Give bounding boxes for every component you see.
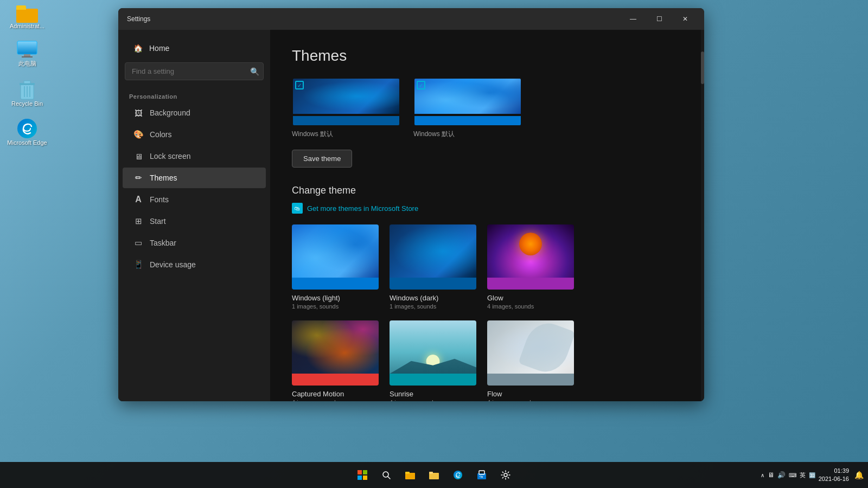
sidebar-item-device-usage-label: Device usage bbox=[150, 260, 196, 269]
windows-logo bbox=[358, 470, 367, 480]
windows-light-bar bbox=[292, 278, 379, 290]
fonts-icon: A bbox=[133, 195, 143, 204]
theme-name-sunrise: Sunrise bbox=[390, 390, 476, 398]
thumb-img-1 bbox=[293, 79, 399, 114]
sidebar-item-lock-screen[interactable]: 🖥 Lock screen bbox=[123, 146, 266, 166]
home-icon: 🏠 bbox=[133, 44, 143, 53]
lock-screen-icon: 🖥 bbox=[133, 151, 143, 161]
svg-point-21 bbox=[454, 471, 462, 479]
sidebar-item-colors-label: Colors bbox=[150, 130, 171, 139]
taskbar-search-button[interactable] bbox=[375, 464, 397, 486]
taskbar-date: 2021-06-16 bbox=[819, 475, 849, 483]
taskbar-store-button[interactable]: 🛍 bbox=[471, 464, 493, 486]
scrollbar-track[interactable] bbox=[701, 30, 704, 401]
svg-point-25 bbox=[504, 473, 507, 477]
theme-grid: Windows (light) 1 images, sounds Windows… bbox=[292, 224, 679, 401]
sidebar-item-background[interactable]: 🖼 Background bbox=[123, 102, 266, 123]
settings-window: Settings — ☐ ✕ 🏠 Home 🔍 Personalization bbox=[118, 8, 704, 401]
desktop-icons: Administrat... 此电脑 Recycle Bin bbox=[5, 5, 49, 146]
theme-thumb-glow bbox=[487, 224, 574, 290]
taskbar: 🛍 ∧ 🖥 🔊 ⌨ 英 🈁 01:39 2021-06-16 bbox=[0, 462, 868, 488]
taskbar-folder-icon bbox=[429, 471, 439, 479]
sidebar-item-themes[interactable]: ✏ Themes bbox=[123, 168, 266, 188]
theme-thumb-inner-2 bbox=[414, 79, 521, 114]
save-theme-button[interactable]: Save theme bbox=[292, 150, 352, 168]
tray-volume-icon[interactable]: 🔊 bbox=[777, 471, 786, 479]
sidebar-item-taskbar[interactable]: ▭ Taskbar bbox=[123, 233, 266, 253]
sidebar-item-background-label: Background bbox=[150, 108, 190, 117]
tray-input-icon: 🈁 bbox=[809, 472, 815, 478]
theme-name-flow: Flow bbox=[487, 390, 574, 398]
swirl-2 bbox=[414, 79, 521, 114]
theme-card-sunrise[interactable]: Sunrise 4 images, sounds bbox=[390, 320, 476, 401]
ms-store-link[interactable]: 🛍 Get more themes in Microsoft Store bbox=[292, 203, 679, 214]
tray-keyboard-icon: ⌨ bbox=[789, 472, 796, 478]
sidebar-item-home[interactable]: 🏠 Home bbox=[123, 38, 266, 58]
theme-thumb-flow bbox=[487, 320, 574, 386]
recycle-bin-icon[interactable]: Recycle Bin bbox=[5, 79, 49, 107]
svg-rect-3 bbox=[22, 56, 33, 57]
taskbar-settings-button[interactable] bbox=[495, 464, 516, 486]
theme-card-windows-light[interactable]: Windows (light) 1 images, sounds bbox=[292, 224, 379, 310]
background-icon: 🖼 bbox=[133, 108, 143, 118]
theme-selected-check-1: ✓ bbox=[295, 81, 304, 89]
taskbar-clock[interactable]: 01:39 2021-06-16 bbox=[819, 467, 849, 484]
edge-desktop-icon[interactable]: Microsoft Edge bbox=[5, 118, 49, 146]
svg-text:🛍: 🛍 bbox=[480, 475, 483, 478]
this-pc-icon[interactable]: 此电脑 bbox=[5, 40, 49, 68]
svg-rect-20 bbox=[429, 472, 433, 474]
sidebar-item-start[interactable]: ⊞ Start bbox=[123, 211, 266, 232]
minimize-button[interactable]: — bbox=[621, 10, 646, 28]
theme-card-flow[interactable]: Flow 4 images, sounds bbox=[487, 320, 574, 401]
sidebar-item-colors[interactable]: 🎨 Colors bbox=[123, 124, 266, 145]
sidebar-item-fonts[interactable]: A Fonts bbox=[123, 189, 266, 210]
scrollbar-thumb[interactable] bbox=[701, 52, 704, 84]
taskbar-folder-button[interactable] bbox=[423, 464, 445, 486]
sidebar: 🏠 Home 🔍 Personalization 🖼 Background 🎨 … bbox=[118, 30, 270, 401]
current-theme-2-label: Windows 默认 bbox=[413, 130, 455, 139]
this-pc-label: 此电脑 bbox=[18, 60, 36, 68]
theme-card-windows-dark[interactable]: Windows (dark) 1 images, sounds bbox=[390, 224, 476, 310]
theme-card-glow[interactable]: Glow 4 images, sounds bbox=[487, 224, 574, 310]
current-theme-2[interactable]: ✓ Windows 默认 bbox=[413, 78, 522, 139]
sidebar-item-lock-screen-label: Lock screen bbox=[150, 152, 190, 160]
file-explorer-icon bbox=[405, 471, 415, 479]
folder-icon bbox=[16, 5, 38, 23]
settings-body: 🏠 Home 🔍 Personalization 🖼 Background 🎨 … bbox=[118, 30, 704, 401]
theme-name-windows-dark: Windows (dark) bbox=[390, 294, 476, 302]
close-button[interactable]: ✕ bbox=[673, 10, 698, 28]
taskbar-file-explorer-button[interactable] bbox=[399, 464, 421, 486]
folder-label: Administrat... bbox=[10, 23, 44, 29]
svg-rect-13 bbox=[358, 476, 362, 480]
administrator-folder-icon[interactable]: Administrat... bbox=[5, 5, 49, 29]
sidebar-item-device-usage[interactable]: 📱 Device usage bbox=[123, 254, 266, 275]
maximize-button[interactable]: ☐ bbox=[647, 10, 672, 28]
current-themes: ✓ Windows 默认 bbox=[292, 78, 679, 139]
titlebar: Settings — ☐ ✕ bbox=[118, 8, 704, 30]
taskbar-time: 01:39 bbox=[819, 467, 849, 475]
theme-card-motion[interactable]: Captured Motion 4 images, sounds bbox=[292, 320, 379, 401]
taskbar-center: 🛍 bbox=[352, 464, 516, 486]
search-input[interactable] bbox=[125, 62, 264, 80]
start-button[interactable] bbox=[352, 464, 373, 486]
tray-chevron[interactable]: ∧ bbox=[761, 472, 764, 478]
current-theme-1[interactable]: ✓ Windows 默认 bbox=[292, 78, 400, 139]
taskbar-edge-button[interactable] bbox=[447, 464, 469, 486]
notification-button[interactable]: 🔔 bbox=[854, 471, 864, 479]
main-content: Themes ✓ bbox=[270, 30, 701, 401]
page-title: Themes bbox=[292, 47, 679, 65]
tray-lang-label: 英 bbox=[800, 471, 806, 479]
windows-dark-bar bbox=[390, 278, 476, 290]
sidebar-item-themes-label: Themes bbox=[150, 174, 177, 182]
home-label: Home bbox=[149, 44, 169, 53]
taskbar-settings-icon bbox=[501, 470, 510, 480]
taskbar-icon: ▭ bbox=[133, 238, 143, 248]
theme-thumb-sunrise bbox=[390, 320, 476, 386]
theme-desc-motion: 4 images, sounds bbox=[292, 399, 379, 401]
windows-light-swirl bbox=[292, 224, 379, 278]
taskbar-store-icon: 🛍 bbox=[477, 470, 487, 480]
colors-icon: 🎨 bbox=[133, 130, 143, 139]
tray-network-icon: 🖥 bbox=[768, 471, 774, 479]
search-icon: 🔍 bbox=[250, 67, 259, 76]
theme-thumb-motion bbox=[292, 320, 379, 386]
